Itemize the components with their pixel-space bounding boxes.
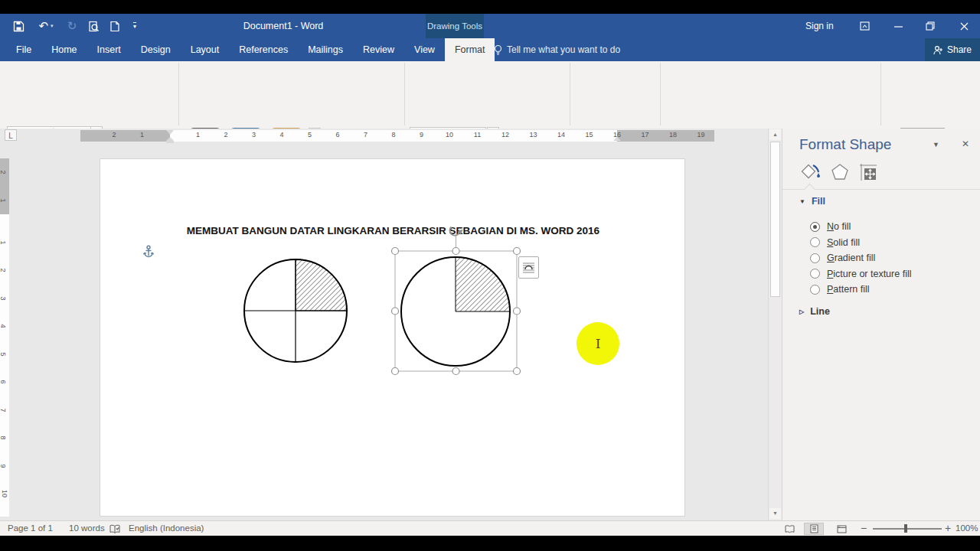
radio-icon[interactable] — [810, 253, 820, 263]
ruler-number: 2 — [0, 268, 7, 272]
tab-insert[interactable]: Insert — [87, 38, 131, 61]
vruler-numbers: 2112345678910 — [0, 158, 9, 517]
minimize-icon — [894, 22, 903, 31]
web-layout-button[interactable] — [831, 523, 851, 535]
left-indent-marker[interactable] — [166, 141, 174, 143]
line-section-label: Line — [810, 306, 830, 317]
ribbon-display-options-button[interactable] — [851, 14, 877, 38]
ruler-number: 6 — [0, 380, 7, 383]
ruler-number: 14 — [557, 131, 565, 139]
tab-mailings[interactable]: Mailings — [298, 38, 353, 61]
tab-stop-selector[interactable]: L — [5, 129, 17, 141]
zoom-slider-track[interactable] — [873, 528, 942, 530]
fill-section-header[interactable]: ▼ Fill — [799, 196, 825, 207]
ruler-number: 10 — [1, 490, 8, 497]
restore-icon — [926, 21, 935, 31]
tab-home[interactable]: Home — [41, 38, 87, 61]
tab-review[interactable]: Review — [353, 38, 404, 61]
scroll-down-icon[interactable]: ▼ — [769, 508, 781, 519]
print-layout-button[interactable] — [804, 523, 824, 535]
ruler-number: 15 — [585, 131, 593, 139]
print-preview-button[interactable] — [84, 17, 103, 35]
tab-format[interactable]: Format — [445, 38, 495, 61]
new-document-button[interactable] — [106, 17, 124, 35]
ruler-number: 6 — [335, 131, 339, 139]
fill-option-label: No fill — [827, 221, 851, 232]
document-area: L 2112345678910111213141516171819 211234… — [0, 129, 768, 520]
zoom-out-button[interactable]: − — [861, 521, 867, 536]
ruler-number: 9 — [420, 131, 423, 139]
tab-layout[interactable]: Layout — [181, 38, 230, 61]
restore-button[interactable] — [917, 14, 943, 38]
scroll-up-icon[interactable]: ▲ — [769, 129, 781, 140]
ruler-number: 5 — [0, 352, 7, 356]
redo-button[interactable]: ↻ — [63, 17, 81, 35]
minimize-button[interactable] — [885, 14, 911, 38]
ruler-number: 1 — [140, 131, 144, 139]
new-document-icon — [109, 21, 120, 32]
close-button[interactable] — [951, 14, 977, 38]
expand-triangle-icon: ▷ — [799, 308, 804, 315]
share-button[interactable]: Share — [925, 38, 980, 61]
ruler-number: 1 — [196, 131, 200, 139]
ruler-number: 13 — [529, 131, 537, 139]
fill-options-list: No fillSolid fillGradient fillPicture or… — [810, 219, 911, 298]
ribbon-tab-row: FileHomeInsertDesignLayoutReferencesMail… — [0, 38, 980, 61]
group-separator — [404, 63, 405, 126]
scrollbar-thumb[interactable] — [770, 142, 780, 297]
ruler-number: 7 — [364, 131, 368, 139]
title-bar: ↶▾ ↻ ▾ Document1 - Word Drawing Tools Si… — [0, 14, 980, 38]
undo-button[interactable]: ↶▾ — [34, 17, 58, 35]
customize-qat-button[interactable]: ▾ — [126, 17, 144, 35]
tell-me-box[interactable]: Tell me what you want to do — [494, 38, 620, 61]
ruler-number: 2 — [224, 131, 227, 139]
tab-effects[interactable] — [830, 162, 850, 185]
pane-close-icon[interactable]: ✕ — [962, 139, 969, 149]
tab-file[interactable]: File — [6, 38, 41, 61]
word-count[interactable]: 10 words — [69, 521, 105, 536]
undo-icon: ↶ — [38, 19, 48, 33]
radio-icon[interactable] — [810, 222, 820, 232]
fill-option-label: Pattern fill — [827, 284, 870, 295]
zoom-level[interactable]: 100% — [956, 521, 978, 536]
radio-icon[interactable] — [810, 285, 820, 295]
document-page[interactable]: MEMBUAT BANGUN DATAR LINGKARAN BERARSIR … — [100, 158, 685, 517]
right-indent-marker[interactable] — [613, 137, 621, 141]
letterbox-bottom — [0, 536, 980, 551]
circle-shape-1[interactable] — [244, 259, 347, 362]
circle-shape-2-selected[interactable] — [401, 257, 510, 366]
sign-in-link[interactable]: Sign in — [805, 14, 834, 38]
fill-option-solid-fill[interactable]: Solid fill — [810, 235, 911, 251]
ruler-number: 2 — [0, 170, 7, 174]
tab-references[interactable]: References — [229, 38, 298, 61]
group-separator — [178, 63, 179, 126]
print-preview-icon — [88, 21, 100, 32]
fill-option-gradient-fill[interactable]: Gradient fill — [810, 250, 911, 266]
fill-section-label: Fill — [812, 196, 825, 207]
read-mode-button[interactable] — [779, 523, 799, 535]
tab-design[interactable]: Design — [131, 38, 181, 61]
zoom-in-button[interactable]: + — [945, 521, 951, 536]
tell-me-label: Tell me what you want to do — [507, 44, 620, 55]
undo-dropdown-icon[interactable]: ▾ — [51, 23, 54, 29]
layout-options-button[interactable] — [518, 256, 539, 279]
tab-view[interactable]: View — [404, 38, 445, 61]
ruler-number: 7 — [0, 408, 7, 412]
radio-icon[interactable] — [810, 237, 820, 247]
line-section-header[interactable]: ▷ Line — [799, 306, 830, 317]
zoom-slider-thumb[interactable] — [904, 524, 907, 533]
pane-menu-icon[interactable]: ▼ — [933, 141, 939, 148]
tab-fill-line[interactable] — [801, 162, 822, 185]
fill-option-no-fill[interactable]: No fill — [810, 219, 911, 235]
radio-icon[interactable] — [810, 269, 820, 279]
language-indicator[interactable]: English (Indonesia) — [129, 521, 204, 536]
fill-option-pattern-fill[interactable]: Pattern fill — [810, 282, 911, 298]
vertical-scrollbar[interactable]: ▲ ▼ — [768, 129, 782, 520]
tab-layout-properties[interactable] — [858, 162, 878, 185]
page-indicator[interactable]: Page 1 of 1 — [8, 521, 53, 536]
save-button[interactable] — [9, 17, 28, 35]
ruler-number: 1 — [0, 240, 7, 244]
fill-option-label: Gradient fill — [827, 253, 875, 263]
fill-option-picture-or-texture-fill[interactable]: Picture or texture fill — [810, 266, 911, 282]
first-line-indent-marker[interactable] — [166, 130, 174, 135]
